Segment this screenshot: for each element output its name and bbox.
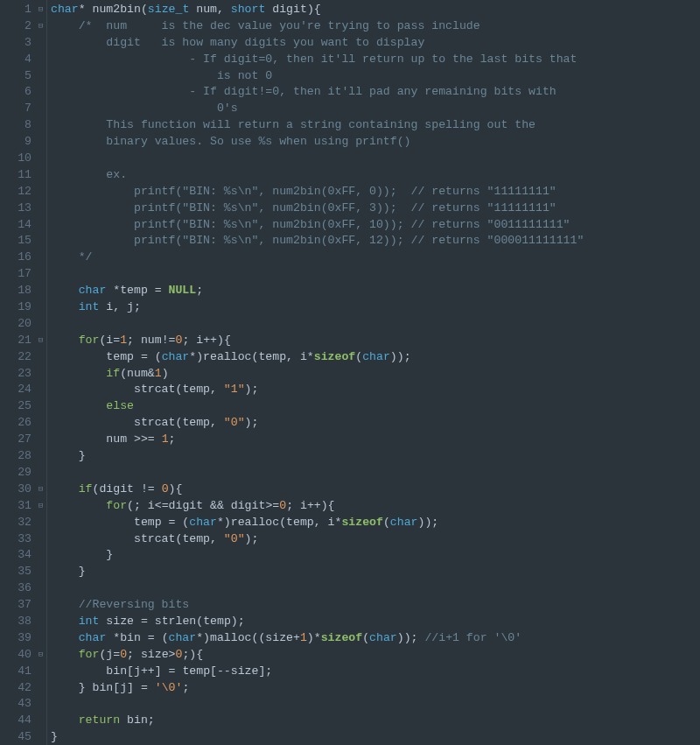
code-line[interactable] <box>51 465 700 481</box>
code-token: realloc <box>203 350 251 363</box>
code-line[interactable]: printf("BIN: %s\n", num2bin(0xFF, 12)); … <box>51 233 700 250</box>
fold-marker <box>35 696 46 713</box>
code-token: *) <box>217 516 231 529</box>
code-line[interactable]: for(i=1; num!=0; i++){ <box>51 333 700 349</box>
code-token <box>51 416 134 429</box>
code-token: [-- <box>210 664 231 678</box>
line-number: 30 <box>0 481 32 498</box>
code-line[interactable]: printf("BIN: %s\n", num2bin(0xFF, 3)); /… <box>51 200 700 217</box>
code-line[interactable]: - If digit=0, then it'll return up to th… <box>51 52 700 68</box>
code-token: ; <box>169 432 176 446</box>
code-line[interactable]: strcat(temp, "1"); <box>51 382 700 398</box>
line-number: 42 <box>0 680 32 697</box>
code-line[interactable]: temp = (char*)realloc(temp, i*sizeof(cha… <box>51 349 700 366</box>
code-line[interactable]: ex. <box>51 167 700 184</box>
code-line[interactable]: is not 0 <box>51 68 700 85</box>
code-token: ( <box>355 350 362 363</box>
code-token: printf("BIN: %s\n", num2bin(0xFF, 10)); … <box>51 218 570 231</box>
code-line[interactable]: temp = (char*)realloc(temp, i*sizeof(cha… <box>51 515 700 531</box>
line-number: 45 <box>0 729 32 745</box>
code-line[interactable]: } <box>51 564 700 580</box>
code-line[interactable]: printf("BIN: %s\n", num2bin(0xFF, 0)); /… <box>51 184 700 200</box>
line-number: 29 <box>0 465 32 481</box>
code-line[interactable]: strcat(temp, "0"); <box>51 415 700 432</box>
fold-marker[interactable]: ⊟ <box>35 333 46 349</box>
code-line[interactable]: bin[j++] = temp[--size]; <box>51 664 700 680</box>
code-token: size <box>265 631 293 644</box>
fold-marker[interactable]: ⊟ <box>35 481 46 498</box>
code-line[interactable]: binary values. So use %s when using prin… <box>51 134 700 151</box>
code-line[interactable]: if(digit != 0){ <box>51 481 700 498</box>
fold-marker <box>35 382 46 398</box>
code-token: char <box>162 350 190 363</box>
code-token: strcat <box>134 416 175 429</box>
code-line[interactable] <box>51 151 700 167</box>
code-token: ]; <box>258 664 272 678</box>
code-line[interactable]: digit is how many digits you want to dis… <box>51 35 700 52</box>
fold-marker <box>35 35 46 52</box>
code-line[interactable]: printf("BIN: %s\n", num2bin(0xFF, 10)); … <box>51 217 700 234</box>
line-number: 31 <box>0 498 32 515</box>
code-line[interactable] <box>51 696 700 713</box>
code-token: (( <box>252 631 266 644</box>
code-token: , <box>113 300 127 313</box>
code-line[interactable]: for(; i<=digit && digit>=0; i++){ <box>51 498 700 515</box>
fold-marker <box>35 266 46 283</box>
code-token: - If digit!=0, then it'll pad any remain… <box>51 85 556 98</box>
code-line[interactable] <box>51 316 700 333</box>
code-line[interactable]: if(num&1) <box>51 366 700 383</box>
line-number: 24 <box>0 382 32 398</box>
code-line[interactable]: This function will return a string conta… <box>51 117 700 134</box>
fold-marker <box>35 415 46 432</box>
code-line[interactable]: } <box>51 729 700 745</box>
code-token <box>51 350 106 363</box>
line-number: 34 <box>0 547 32 564</box>
code-line[interactable]: int i, j; <box>51 299 700 316</box>
code-line[interactable]: num >>= 1; <box>51 432 700 448</box>
fold-marker[interactable]: ⊟ <box>35 18 46 35</box>
code-line[interactable]: - If digit!=0, then it'll pad any remain… <box>51 84 700 101</box>
code-token: size <box>106 615 134 628</box>
code-line[interactable]: /* num is the dec value you're trying to… <box>51 18 700 35</box>
code-line[interactable]: strcat(temp, "0"); <box>51 531 700 548</box>
code-line[interactable]: return bin; <box>51 713 700 729</box>
code-editor[interactable]: 1234567891011121314151617181920212223242… <box>0 0 700 745</box>
code-token <box>51 367 106 380</box>
fold-marker <box>35 84 46 101</box>
code-line[interactable]: char *temp = NULL; <box>51 283 700 299</box>
fold-marker[interactable]: ⊟ <box>35 498 46 515</box>
code-area[interactable]: char* num2bin(size_t num, short digit){ … <box>51 0 700 745</box>
code-line[interactable]: 0's <box>51 101 700 117</box>
code-line[interactable]: //Reversing bits <box>51 597 700 614</box>
fold-marker[interactable]: ⊟ <box>35 647 46 664</box>
code-token: != <box>162 334 176 347</box>
code-line[interactable]: */ <box>51 250 700 266</box>
code-line[interactable]: int size = strlen(temp); <box>51 614 700 630</box>
fold-marker <box>35 432 46 448</box>
fold-gutter[interactable]: ⊟⊟⊟⊟⊟⊟ <box>35 0 47 745</box>
code-token: ){ <box>307 3 321 16</box>
code-token: realloc <box>231 516 279 529</box>
code-token: if <box>106 367 120 380</box>
code-line[interactable]: } <box>51 547 700 564</box>
code-line[interactable]: } <box>51 448 700 465</box>
code-token: ;){ <box>182 648 203 661</box>
code-token: temp <box>258 350 286 363</box>
code-line[interactable]: char *bin = (char*)malloc((size+1)*sizeo… <box>51 630 700 647</box>
code-line[interactable] <box>51 266 700 283</box>
code-token: strcat <box>134 383 175 396</box>
code-line[interactable]: char* num2bin(size_t num, short digit){ <box>51 2 700 18</box>
line-number: 27 <box>0 432 32 448</box>
line-number: 5 <box>0 68 32 85</box>
code-line[interactable]: else <box>51 398 700 415</box>
code-line[interactable]: } bin[j] = '\0'; <box>51 680 700 697</box>
code-line[interactable]: for(j=0; size>0;){ <box>51 647 700 664</box>
fold-marker[interactable]: ⊟ <box>35 2 46 18</box>
line-number: 36 <box>0 580 32 597</box>
code-line[interactable] <box>51 580 700 597</box>
code-token: temp <box>286 516 314 529</box>
code-token: )); <box>417 516 438 529</box>
code-token <box>51 598 79 611</box>
code-token: for <box>79 334 100 347</box>
fold-marker <box>35 52 46 68</box>
